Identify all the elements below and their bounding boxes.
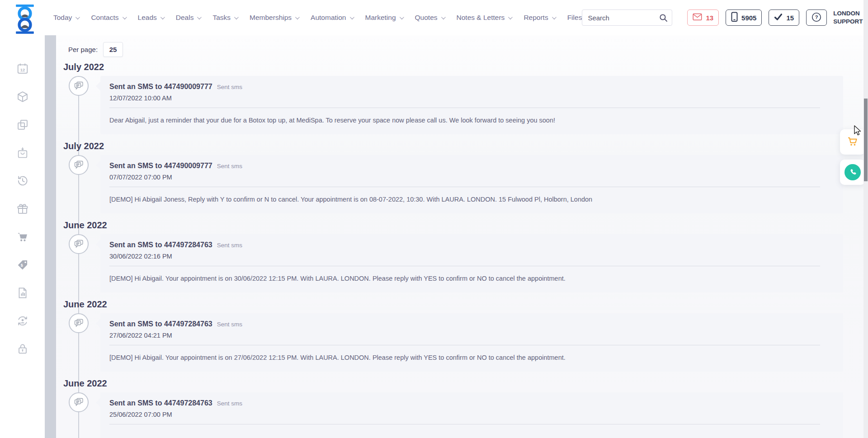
sms-badge[interactable]: 5905 bbox=[726, 9, 762, 26]
nav-item-marketing[interactable]: Marketing bbox=[365, 14, 403, 22]
vertical-scrollbar[interactable] bbox=[863, 0, 868, 438]
activity-card-header: Sent an SMS to 447490009777Sent sms 12/0… bbox=[100, 76, 843, 108]
nav-item-leads[interactable]: Leads bbox=[138, 14, 164, 22]
nav-item-memberships[interactable]: Memberships bbox=[250, 14, 298, 22]
search-input[interactable] bbox=[582, 14, 655, 22]
chevron-down-icon bbox=[349, 15, 354, 19]
timeline-entry: Sent an SMS to 447490009777Sent sms 12/0… bbox=[63, 76, 868, 134]
overlapping-squares-icon[interactable] bbox=[16, 118, 29, 131]
chevron-down-icon bbox=[441, 15, 446, 19]
cart-icon bbox=[846, 135, 859, 149]
activity-datetime: 07/07/2022 07:00 PM bbox=[109, 173, 834, 181]
chevron-down-icon bbox=[197, 15, 202, 19]
cube-icon[interactable] bbox=[16, 90, 29, 103]
sms-activity-icon bbox=[69, 76, 89, 96]
nav-label: Contacts bbox=[91, 14, 118, 22]
hourglass-logo[interactable] bbox=[14, 4, 36, 32]
activity-card-header: Sent an SMS to 447490009777Sent sms 07/0… bbox=[100, 155, 843, 187]
chevron-down-icon bbox=[123, 15, 127, 19]
tasks-count: 15 bbox=[786, 14, 794, 22]
nav-label: Automation bbox=[311, 14, 346, 22]
nav-item-notes-letters[interactable]: Notes & Letters bbox=[457, 14, 512, 22]
header-badges: 13 5905 15 ? bbox=[687, 9, 827, 26]
history-icon[interactable] bbox=[16, 174, 29, 187]
timeline-entry: Sent an SMS to 447497284763Sent sms 27/0… bbox=[63, 313, 868, 372]
calendar-12-icon[interactable]: 12 bbox=[16, 62, 29, 75]
bag-arrow-icon[interactable] bbox=[16, 146, 29, 159]
user-sync-icon[interactable] bbox=[16, 315, 29, 327]
timeline: July 2022 bbox=[63, 62, 868, 438]
svg-text:$: $ bbox=[20, 263, 23, 268]
phone-button[interactable] bbox=[840, 160, 865, 185]
report-document-icon[interactable] bbox=[16, 287, 29, 299]
nav-label: Marketing bbox=[365, 14, 396, 22]
activity-message: [DEMO] Hi Abigail. Your appointment is o… bbox=[109, 266, 820, 292]
activity-card: Sent an SMS to 447497284763Sent sms 25/0… bbox=[100, 392, 843, 438]
check-icon bbox=[774, 13, 783, 22]
user-profile[interactable]: LONDON SUPPORT bbox=[833, 8, 868, 28]
timeline-gutter bbox=[63, 392, 100, 438]
help-badge[interactable]: ? bbox=[806, 9, 827, 26]
nav-label: Notes & Letters bbox=[457, 14, 505, 22]
activity-message bbox=[109, 424, 820, 438]
timeline-gutter bbox=[63, 313, 100, 372]
activity-tag: Sent sms bbox=[217, 242, 242, 249]
activity-card-header: Sent an SMS to 447497284763Sent sms 25/0… bbox=[100, 392, 843, 424]
activity-tag: Sent sms bbox=[217, 400, 242, 407]
timeline-gutter bbox=[63, 234, 100, 292]
price-tag-icon[interactable]: $ bbox=[16, 259, 29, 271]
nav-item-tasks[interactable]: Tasks bbox=[212, 14, 237, 22]
activity-title: Sent an SMS to 447497284763 bbox=[109, 241, 212, 249]
sms-count: 5905 bbox=[741, 14, 756, 22]
chevron-down-icon bbox=[75, 15, 80, 19]
chevron-down-icon bbox=[160, 15, 165, 19]
nav-item-today[interactable]: Today bbox=[53, 14, 79, 22]
search-icon[interactable] bbox=[655, 10, 672, 25]
per-page-select[interactable]: 25 bbox=[103, 42, 123, 57]
activity-card-header: Sent an SMS to 447497284763Sent sms 27/0… bbox=[100, 313, 843, 345]
activity-datetime: 25/06/2022 07:00 PM bbox=[109, 410, 834, 419]
main-nav: Today Contacts Leads Deals Tasks Members… bbox=[53, 14, 582, 22]
scrollbar-thumb[interactable] bbox=[864, 99, 868, 181]
timeline-gutter bbox=[63, 76, 100, 134]
activity-title: Sent an SMS to 447497284763 bbox=[109, 399, 212, 407]
per-page-row: Per page: 25 bbox=[68, 42, 868, 57]
svg-text:12: 12 bbox=[20, 68, 24, 72]
nav-item-quotes[interactable]: Quotes bbox=[415, 14, 444, 22]
nav-label: Reports bbox=[524, 14, 548, 22]
content-gutter bbox=[45, 35, 56, 438]
header-right: 13 5905 15 ? bbox=[582, 8, 868, 28]
tasks-badge[interactable]: 15 bbox=[769, 9, 799, 26]
activity-card: Sent an SMS to 447490009777Sent sms 12/0… bbox=[100, 76, 843, 134]
timeline-gutter bbox=[63, 155, 100, 213]
nav-item-reports[interactable]: Reports bbox=[524, 14, 555, 22]
activity-message: Dear Abigail, just a reminder that your … bbox=[109, 108, 820, 134]
cart-button[interactable] bbox=[840, 129, 865, 155]
top-header: Today Contacts Leads Deals Tasks Members… bbox=[0, 0, 868, 35]
nav-item-files[interactable]: Files bbox=[567, 14, 582, 22]
gift-icon[interactable] bbox=[16, 203, 29, 215]
sms-activity-icon bbox=[69, 313, 89, 333]
activity-title: Sent an SMS to 447490009777 bbox=[109, 162, 212, 170]
question-icon: ? bbox=[811, 12, 821, 24]
svg-text:?: ? bbox=[815, 14, 818, 20]
nav-label: Files bbox=[567, 14, 582, 22]
timeline-month-heading: July 2022 bbox=[63, 62, 868, 71]
chevron-down-icon bbox=[234, 15, 239, 19]
cart-icon[interactable] bbox=[16, 231, 29, 243]
activity-card: Sent an SMS to 447497284763Sent sms 27/0… bbox=[100, 313, 843, 372]
nav-item-deals[interactable]: Deals bbox=[176, 14, 201, 22]
nav-label: Tasks bbox=[212, 14, 231, 22]
activity-card: Sent an SMS to 447497284763Sent sms 30/0… bbox=[100, 234, 843, 292]
activity-tag: Sent sms bbox=[217, 84, 242, 90]
app-window: Today Contacts Leads Deals Tasks Members… bbox=[0, 0, 868, 438]
activity-datetime: 12/07/2022 10:00 AM bbox=[109, 94, 834, 102]
nav-item-automation[interactable]: Automation bbox=[311, 14, 353, 22]
sms-activity-icon bbox=[69, 392, 89, 412]
lock-icon[interactable] bbox=[16, 343, 29, 355]
activity-card: Sent an SMS to 447490009777Sent sms 07/0… bbox=[100, 155, 843, 213]
timeline-month-heading: June 2022 bbox=[63, 379, 868, 388]
nav-item-contacts[interactable]: Contacts bbox=[91, 14, 125, 22]
mail-badge[interactable]: 13 bbox=[687, 9, 719, 26]
main-content: Per page: 25 July 2022 bbox=[56, 35, 868, 438]
